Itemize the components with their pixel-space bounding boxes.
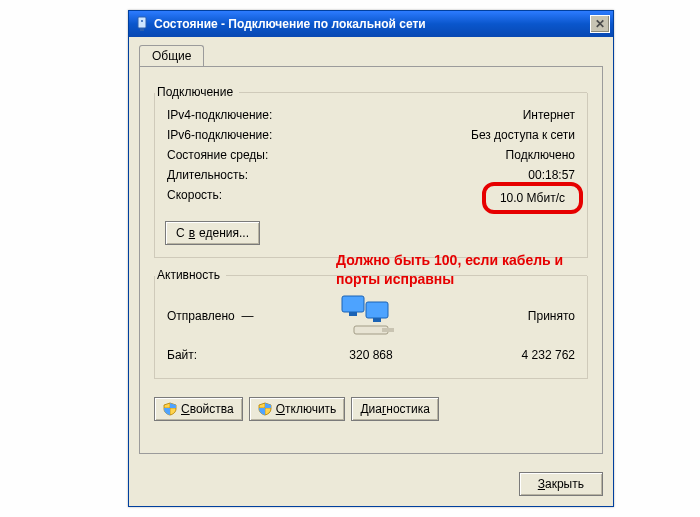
label-speed: Скорость:: [167, 188, 222, 208]
details-button-mnemonic: в: [189, 226, 195, 240]
close-label: акрыть: [545, 477, 584, 491]
diagnostics-button[interactable]: Диагностика: [351, 397, 439, 421]
tab-general[interactable]: Общие: [139, 45, 204, 67]
disable-label: тключить: [285, 402, 336, 416]
svg-rect-5: [349, 312, 357, 316]
label-media-state: Состояние среды:: [167, 148, 268, 162]
svg-point-2: [141, 20, 143, 22]
label-ipv6: IPv6-подключение:: [167, 128, 272, 142]
value-media-state: Подключено: [506, 148, 575, 162]
network-adapter-icon: [135, 16, 149, 32]
status-dialog-window: Состояние - Подключение по локальной сет…: [128, 10, 614, 507]
svg-rect-6: [373, 318, 381, 322]
value-ipv6: Без доступа к сети: [471, 128, 575, 142]
dialog-footer: Закрыть: [129, 464, 613, 506]
client-area: Общие Подключение IPv4-подключение: Инте…: [129, 37, 613, 464]
titlebar[interactable]: Состояние - Подключение по локальной сет…: [129, 11, 613, 37]
diag-post: ностика: [386, 402, 430, 416]
details-button-post: едения...: [199, 226, 249, 240]
svg-rect-4: [366, 302, 388, 318]
value-duration: 00:18:57: [528, 168, 575, 182]
tab-general-panel: Подключение IPv4-подключение: Интернет I…: [139, 66, 603, 454]
network-activity-icon: [336, 292, 406, 340]
svg-rect-8: [382, 328, 394, 332]
label-bytes: Байт:: [167, 348, 197, 362]
svg-rect-0: [138, 17, 146, 28]
group-activity: Активность Отправлено —: [154, 276, 588, 379]
diag-pre: Диа: [360, 402, 382, 416]
sep-dash: —: [241, 309, 253, 323]
label-received: Принято: [528, 309, 575, 323]
properties-mnemonic: С: [181, 402, 190, 416]
uac-shield-icon: [258, 402, 272, 416]
group-connection-legend: Подключение: [155, 85, 239, 99]
properties-button[interactable]: Свойства: [154, 397, 243, 421]
value-bytes-sent: 320 868: [349, 348, 392, 362]
disable-mnemonic: О: [276, 402, 285, 416]
svg-rect-1: [140, 28, 144, 31]
label-ipv4: IPv4-подключение:: [167, 108, 272, 122]
label-sent: Отправлено: [167, 309, 235, 323]
label-duration: Длительность:: [167, 168, 248, 182]
uac-shield-icon: [163, 402, 177, 416]
legend-rule: [226, 275, 587, 276]
value-bytes-received: 4 232 762: [522, 348, 575, 362]
details-button-pre: С: [176, 226, 185, 240]
close-button[interactable]: ✕: [590, 15, 610, 33]
panel-button-row: Свойства Отключить: [154, 397, 588, 421]
disable-button[interactable]: Отключить: [249, 397, 346, 421]
properties-label: войства: [190, 402, 234, 416]
legend-rule: [239, 92, 587, 93]
close-dialog-button[interactable]: Закрыть: [519, 472, 603, 496]
group-connection: Подключение IPv4-подключение: Интернет I…: [154, 93, 588, 258]
details-button[interactable]: Сведения...: [165, 221, 260, 245]
tabstrip: Общие: [139, 45, 603, 67]
value-ipv4: Интернет: [523, 108, 575, 122]
close-mnemonic: З: [538, 477, 545, 491]
value-speed-text: 10.0 Мбит/с: [500, 191, 565, 205]
group-activity-legend: Активность: [155, 268, 226, 282]
window-title: Состояние - Подключение по локальной сет…: [154, 17, 590, 31]
svg-rect-3: [342, 296, 364, 312]
value-speed: 10.0 Мбит/с: [490, 188, 575, 208]
